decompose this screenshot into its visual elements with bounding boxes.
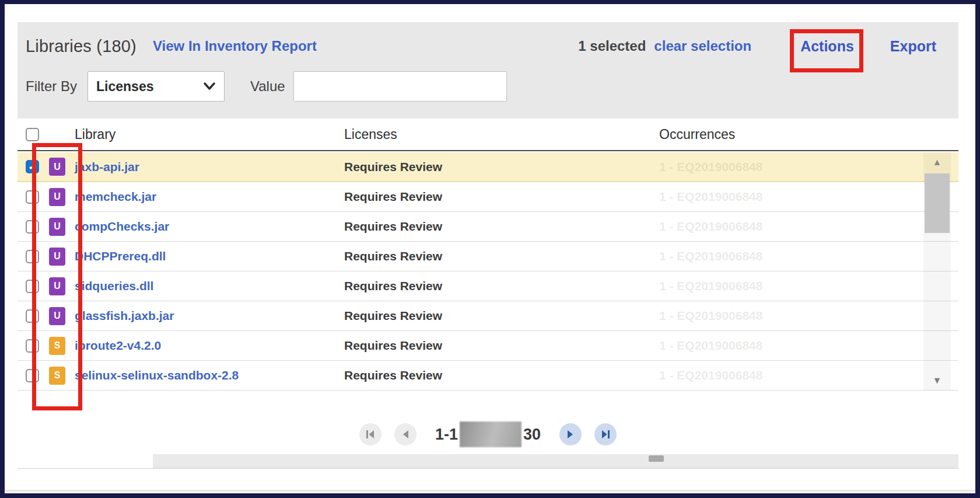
value-label: Value (250, 78, 285, 95)
next-page-icon (566, 430, 575, 439)
filter-value-input[interactable] (293, 71, 507, 102)
scroll-down-icon[interactable]: ▼ (923, 372, 951, 389)
license-value: Requires Review (344, 339, 442, 353)
table-row[interactable]: Sselinux-selinux-sandbox-2.8Requires Rev… (18, 361, 958, 391)
table-row[interactable]: UcompChecks.jarRequires Review1 - EQ2019… (18, 212, 958, 242)
scroll-up-icon[interactable]: ▲ (923, 154, 951, 171)
last-page-icon (601, 430, 611, 439)
library-link[interactable]: glassfish.jaxb.jar (75, 309, 174, 323)
occurrence-value: 1 - EQ2019006848 (659, 309, 762, 323)
usage-badge: S (49, 337, 65, 355)
occurrence-value: 1 - EQ2019006848 (659, 220, 762, 234)
table-row[interactable]: UDHCPPrereq.dllRequires Review1 - EQ2019… (18, 242, 958, 271)
select-all-checkbox[interactable] (26, 128, 39, 141)
page-title: Libraries (180) (26, 37, 136, 56)
redacted-blur-box (460, 422, 522, 447)
license-value: Requires Review (344, 190, 442, 204)
library-link[interactable]: jaxb-api.jar (75, 160, 139, 174)
license-value: Requires Review (344, 160, 442, 174)
usage-badge: U (49, 218, 65, 236)
usage-badge: U (49, 188, 65, 206)
occurrence-value: 1 - EQ2019006848 (659, 249, 762, 263)
occurrence-value: 1 - EQ2019006848 (659, 368, 762, 382)
row-checkbox[interactable] (26, 339, 39, 353)
row-checkbox[interactable]: ✔ (26, 160, 39, 173)
row-checkbox[interactable] (26, 369, 39, 382)
page-range-suffix: 30 (523, 426, 541, 444)
library-link[interactable]: sidqueries.dll (75, 279, 153, 293)
divider-line (5, 490, 975, 492)
license-value: Requires Review (344, 368, 442, 382)
library-link[interactable]: compChecks.jar (75, 220, 169, 234)
license-value: Requires Review (344, 249, 442, 263)
occurrence-value: 1 - EQ2019006848 (659, 160, 762, 174)
occurrence-value: 1 - EQ2019006848 (659, 279, 762, 293)
library-link[interactable]: DHCPPrereq.dll (75, 249, 166, 263)
library-link[interactable]: iproute2-v4.2.0 (75, 339, 161, 353)
license-value: Requires Review (344, 279, 442, 293)
scrollbar-thumb[interactable] (925, 173, 950, 233)
page-range: 1-1 30 (435, 422, 541, 447)
row-checkbox[interactable] (26, 250, 39, 263)
last-page-button[interactable] (594, 423, 617, 445)
usage-badge: U (49, 277, 65, 295)
first-page-button[interactable] (359, 423, 382, 445)
first-page-icon (365, 430, 375, 439)
row-checkbox[interactable] (26, 309, 39, 323)
usage-badge: S (49, 367, 65, 385)
occurrence-value: 1 - EQ2019006848 (659, 339, 762, 353)
splitter-handle[interactable] (649, 455, 664, 462)
header-actions: 1 selected clear selection Actions Expor… (578, 38, 936, 55)
page-range-prefix: 1-1 (435, 426, 458, 444)
table-scrollbar[interactable]: ▲ ▼ (923, 152, 951, 391)
column-header-licenses: Licenses (344, 127, 397, 142)
row-checkbox[interactable] (26, 190, 39, 204)
view-in-inventory-report-link[interactable]: View In Inventory Report (153, 38, 317, 54)
row-checkbox[interactable] (26, 280, 39, 293)
license-value: Requires Review (344, 220, 442, 234)
filter-selected-option: Licenses (96, 79, 153, 95)
occurrence-value: 1 - EQ2019006848 (659, 190, 762, 204)
row-checkbox[interactable] (26, 220, 39, 234)
previous-page-button[interactable] (394, 423, 416, 445)
clear-selection-link[interactable]: clear selection (654, 38, 751, 54)
column-header-occurrences: Occurrences (659, 127, 735, 142)
license-value: Requires Review (344, 309, 442, 323)
screenshot-stage: Libraries (180) View In Inventory Report… (0, 0, 980, 498)
filter-by-label: Filter By (26, 78, 77, 95)
library-link[interactable]: memcheck.jar (75, 190, 156, 204)
chevron-down-icon (203, 82, 216, 90)
actions-button[interactable]: Actions (800, 38, 854, 54)
table-header-row: Library Licenses Occurrences (18, 119, 958, 151)
column-header-library: Library (75, 127, 116, 142)
table-row[interactable]: Siproute2-v4.2.0Requires Review1 - EQ201… (18, 331, 958, 361)
usage-badge: U (49, 158, 65, 176)
pagination: 1-1 30 (18, 417, 958, 452)
table-row[interactable]: Uglassfish.jaxb.jarRequires Review1 - EQ… (18, 301, 958, 331)
filter-by-select[interactable]: Licenses (88, 71, 225, 102)
table-row[interactable]: ✔Ujaxb-api.jarRequires Review1 - EQ20190… (18, 152, 958, 182)
usage-badge: U (49, 248, 65, 266)
export-button[interactable]: Export (890, 38, 936, 55)
panel-header: Libraries (180) View In Inventory Report… (26, 28, 936, 64)
table-body: ✔Ujaxb-api.jarRequires Review1 - EQ20190… (18, 152, 958, 391)
usage-badge: U (49, 307, 65, 325)
library-link[interactable]: selinux-selinux-sandbox-2.8 (75, 368, 239, 382)
table-row[interactable]: Umemcheck.jarRequires Review1 - EQ201900… (18, 182, 958, 212)
table-row[interactable]: Usidqueries.dllRequires Review1 - EQ2019… (18, 271, 958, 301)
libraries-panel: Libraries (180) View In Inventory Report… (18, 22, 958, 469)
previous-page-icon (401, 430, 410, 439)
actions-wrap: Actions (800, 38, 854, 55)
selected-count: 1 selected (578, 38, 646, 54)
next-section-edge (153, 454, 958, 468)
next-page-button[interactable] (559, 423, 582, 445)
filter-row: Filter By Licenses Value (26, 71, 507, 102)
